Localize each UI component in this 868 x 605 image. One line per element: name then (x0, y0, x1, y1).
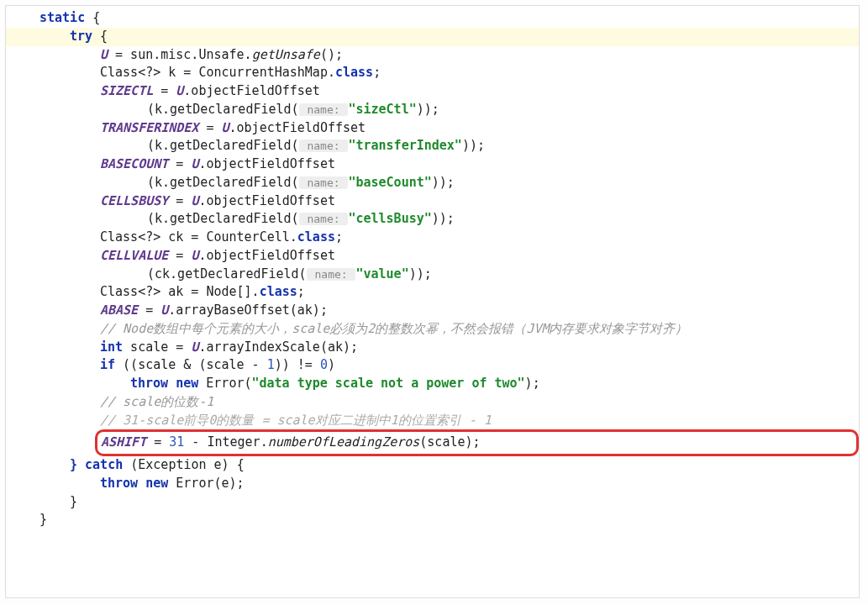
code-line: TRANSFERINDEX = U.objectFieldOffset (6, 119, 859, 138)
code-line: throw new Error("data type scale not a p… (6, 375, 859, 393)
code-line: (k.getDeclaredField( name: "transferInde… (6, 137, 859, 155)
code-line: BASECOUNT = U.objectFieldOffset (6, 155, 859, 174)
code-line: Class<?> k = ConcurrentHashMap.class; (6, 64, 859, 82)
param-hint: name: (307, 268, 356, 281)
keyword-static: static (39, 10, 85, 25)
code-line: (k.getDeclaredField( name: "sizeCtl")); (6, 101, 859, 119)
code-line: ABASE = U.arrayBaseOffset(ak); (6, 302, 859, 320)
highlighted-box: ASHIFT = 31 - Integer.numberOfLeadingZer… (6, 429, 859, 456)
code-line: (k.getDeclaredField( name: "cellsBusy"))… (6, 210, 859, 229)
code-line: } (6, 511, 859, 529)
code-line: SIZECTL = U.objectFieldOffset (6, 82, 859, 101)
code-line: } catch (Exception e) { (6, 456, 859, 475)
param-hint: name: (299, 176, 349, 189)
code-line: throw new Error(e); (6, 475, 859, 493)
code-comment: // 31-scale前导0的数量 = scale对应二进制中1的位置索引 - … (6, 412, 859, 430)
red-annotation-box: ASHIFT = 31 - Integer.numberOfLeadingZer… (95, 429, 859, 456)
code-line: Class<?> ck = CounterCell.class; (6, 229, 859, 247)
code-block: static {try {U = sun.misc.Unsafe.getUnsa… (6, 6, 859, 529)
code-line: CELLVALUE = U.objectFieldOffset (6, 247, 859, 266)
code-line: if ((scale & (scale - 1)) != 0) (6, 356, 859, 375)
code-comment: // scale的位数-1 (6, 393, 859, 412)
param-hint: name: (299, 103, 349, 116)
code-line: } (6, 493, 859, 512)
keyword-try: try (70, 29, 92, 44)
code-line: CELLSBUSY = U.objectFieldOffset (6, 192, 859, 211)
code-line: (ck.getDeclaredField( name: "value")); (6, 266, 859, 284)
code-comment: // Node数组中每个元素的大小，scale必须为2的整数次幂，不然会报错（J… (6, 320, 859, 339)
code-line: int scale = U.arrayIndexScale(ak); (6, 339, 859, 357)
param-hint: name: (299, 213, 349, 225)
code-editor-pane: static {try {U = sun.misc.Unsafe.getUnsa… (5, 5, 860, 598)
code-line-highlighted: try { (6, 28, 859, 46)
param-hint: name: (299, 139, 349, 152)
code-line: static { (6, 9, 859, 28)
code-line: U = sun.misc.Unsafe.getUnsafe(); (6, 46, 859, 65)
code-line: Class<?> ak = Node[].class; (6, 283, 859, 302)
code-line: (k.getDeclaredField( name: "baseCount"))… (6, 174, 859, 192)
